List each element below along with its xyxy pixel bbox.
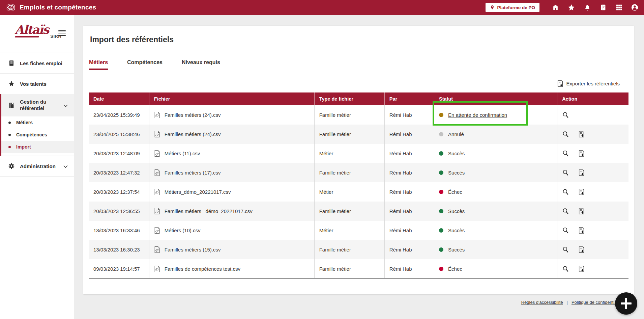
date-cell: 23/04/2025 15:38:46 xyxy=(89,125,149,144)
action-cell xyxy=(557,240,628,259)
date-cell: 20/03/2023 12:36:55 xyxy=(89,202,149,221)
view-details-icon[interactable] xyxy=(562,208,569,215)
topbar: Emplois et compétences Plateforme de PO xyxy=(0,0,644,15)
sidebar-item-administration[interactable]: Administration xyxy=(0,156,74,177)
column-header-action: Action xyxy=(557,92,628,105)
download-file-icon[interactable] xyxy=(578,169,585,176)
export-referentiels-button[interactable]: Exporter les référentiels xyxy=(83,80,634,87)
view-details-icon[interactable] xyxy=(562,131,569,138)
download-file-icon[interactable] xyxy=(578,227,585,234)
download-file-icon[interactable] xyxy=(578,131,585,138)
status-label[interactable]: En attente de confirmation xyxy=(448,112,507,118)
view-details-icon[interactable] xyxy=(562,265,569,272)
par-cell: Rémi Hab xyxy=(384,163,434,182)
status-dot xyxy=(439,228,443,233)
star-icon[interactable] xyxy=(567,4,575,11)
app-logo-atom-icon xyxy=(5,2,16,13)
download-file-icon[interactable] xyxy=(578,265,585,272)
tab-competences[interactable]: Compétences xyxy=(127,59,163,70)
sidebar-item-fiches-emploi[interactable]: Les fiches emploi xyxy=(0,53,74,74)
file-cell: Familles métiers _démo_20221017.csv xyxy=(149,202,314,221)
file-cell: Familles métiers (17).csv xyxy=(149,163,314,182)
file-name: Familles métiers (24).csv xyxy=(165,112,221,118)
sidebar-subitem-competences[interactable]: Compétences xyxy=(1,129,74,141)
view-details-icon[interactable] xyxy=(562,188,569,195)
type-cell: Famille métier xyxy=(314,202,384,221)
date-cell: 20/03/2023 12:37:54 xyxy=(89,182,149,202)
column-header-fichier: Fichier xyxy=(149,92,314,105)
sidebar-item-vos-talents[interactable]: Vos talents xyxy=(0,74,74,94)
app-title: Emplois et compétences xyxy=(20,4,96,11)
file-cell: Métiers_démo_20221017.csv xyxy=(149,182,314,202)
view-details-icon[interactable] xyxy=(562,246,569,253)
status-cell: Annulé xyxy=(434,125,557,144)
file-attachment-icon xyxy=(154,246,160,253)
status-label: Échec xyxy=(448,266,462,272)
tab-bar: Métiers Compétences Niveaux requis xyxy=(83,59,634,70)
file-name: Métiers (11).csv xyxy=(165,151,200,156)
status-cell: En attente de confirmation xyxy=(434,105,557,125)
location-pin-icon xyxy=(490,5,495,10)
column-header-statut: Statut xyxy=(434,92,557,105)
sidebar-item-gestion-referentiel[interactable]: Gestion du référentiel xyxy=(1,94,74,116)
tab-metiers[interactable]: Métiers xyxy=(89,59,108,70)
download-file-icon[interactable] xyxy=(578,150,585,157)
view-details-icon[interactable] xyxy=(562,111,569,118)
accessibility-rules-link[interactable]: Règles d'accessibilité xyxy=(521,300,563,305)
download-file-icon[interactable] xyxy=(578,246,585,253)
status-label: Succès xyxy=(448,208,465,214)
account-icon[interactable] xyxy=(631,4,639,11)
file-name: Familles métiers _démo_20221017.csv xyxy=(165,208,253,214)
table-row: 23/04/2025 15:39:49 Familles métiers (24… xyxy=(89,105,628,125)
type-cell: Famille métier xyxy=(314,259,384,278)
date-cell: 13/03/2023 16:30:23 xyxy=(89,240,149,259)
table-header-row: Date Fichier Type de fichier Par Statut … xyxy=(89,92,628,105)
status-label: Succès xyxy=(448,228,465,233)
par-cell: Rémi Hab xyxy=(384,221,434,240)
status-cell: Succès xyxy=(434,163,557,182)
date-cell: 20/03/2023 12:47:32 xyxy=(89,163,149,182)
sidebar-group-gestion-referentiel: Gestion du référentiel Métiers Compétenc… xyxy=(0,94,74,156)
gear-icon xyxy=(8,163,15,169)
action-cell xyxy=(557,221,628,240)
file-cell: Familles métiers (24).csv xyxy=(149,125,314,144)
date-cell: 20/03/2023 12:48:09 xyxy=(89,144,149,163)
sidebar-subitem-import[interactable]: Import xyxy=(1,141,74,153)
file-name: Familles métiers (15).csv xyxy=(165,247,221,252)
home-icon[interactable] xyxy=(552,4,559,11)
file-cell: Métiers (10).csv xyxy=(149,221,314,240)
altays-logo: Altaïs SIRH xyxy=(15,24,49,37)
status-cell: Succès xyxy=(434,221,557,240)
view-details-icon[interactable] xyxy=(562,227,569,234)
download-file-icon[interactable] xyxy=(578,208,585,215)
download-file-icon[interactable] xyxy=(578,188,585,195)
file-attachment-icon xyxy=(154,208,160,215)
status-label: Échec xyxy=(448,189,462,195)
sidebar-subitem-metiers[interactable]: Métiers xyxy=(1,116,74,129)
view-details-icon[interactable] xyxy=(562,150,569,157)
file-cell: Métiers (11).csv xyxy=(149,144,314,163)
menu-toggle-icon[interactable] xyxy=(58,29,66,37)
apps-grid-icon[interactable] xyxy=(615,4,623,11)
table-row: 20/03/2023 12:48:09 Métiers (11).csv Mét… xyxy=(89,144,628,163)
bell-icon[interactable] xyxy=(583,4,591,11)
add-button[interactable] xyxy=(615,292,637,315)
book-icon[interactable] xyxy=(599,4,607,11)
action-cell xyxy=(557,259,628,278)
view-details-icon[interactable] xyxy=(562,169,569,176)
file-attachment-icon xyxy=(154,227,160,234)
action-cell xyxy=(557,105,628,125)
platform-button[interactable]: Plateforme de PO xyxy=(486,3,539,12)
type-cell: Métier xyxy=(314,182,384,202)
file-attachment-icon xyxy=(154,111,160,118)
type-cell: Famille métier xyxy=(314,240,384,259)
file-name: Familles métiers (24).csv xyxy=(165,131,221,137)
tab-niveaux-requis[interactable]: Niveaux requis xyxy=(182,59,220,70)
bullet-icon xyxy=(8,122,11,124)
par-cell: Rémi Hab xyxy=(384,144,434,163)
table-row: 09/03/2023 19:14:57 Familles de compéten… xyxy=(89,259,628,278)
type-cell: Métier xyxy=(314,144,384,163)
document-icon xyxy=(8,60,15,67)
status-cell: Succès xyxy=(434,240,557,259)
status-cell: Succès xyxy=(434,144,557,163)
